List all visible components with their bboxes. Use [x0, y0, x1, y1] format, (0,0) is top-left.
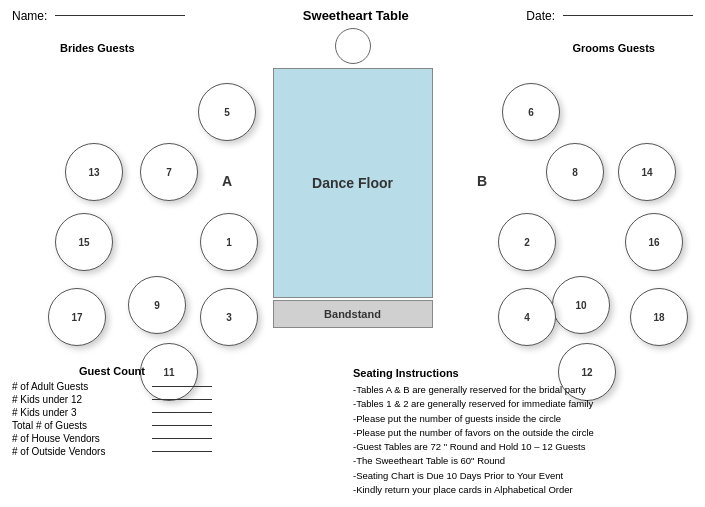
table-2: 2	[498, 213, 556, 271]
table-9: 9	[128, 276, 186, 334]
date-label: Date:	[526, 9, 555, 23]
guest-count-row: # Kids under 3	[12, 407, 212, 418]
date-field: Date:	[526, 9, 693, 23]
guest-count-row: # of Adult Guests	[12, 381, 212, 392]
floor-plan: Dance Floor Bandstand A B 5 13 7 15 1 9 …	[0, 28, 705, 388]
table-b-label: B	[477, 173, 487, 189]
sweetheart-label: Sweetheart Table	[303, 8, 409, 23]
guest-count-section: Guest Count # of Adult Guests# Kids unde…	[12, 365, 212, 459]
table-17: 17	[48, 288, 106, 346]
guest-count-rows: # of Adult Guests# Kids under 12# Kids u…	[12, 381, 212, 457]
seating-instruction-line: -Seating Chart is Due 10 Days Prior to Y…	[353, 469, 693, 483]
guest-count-row: # of Outside Vendors	[12, 446, 212, 457]
table-13: 13	[65, 143, 123, 201]
footer: Guest Count # of Adult Guests# Kids unde…	[12, 365, 693, 498]
seating-instruction-line: -Guest Tables are 72 " Round and Hold 10…	[353, 440, 693, 454]
table-4: 4	[498, 288, 556, 346]
guest-count-row: # Kids under 12	[12, 394, 212, 405]
seating-instruction-line: -The Sweetheart Table is 60" Round	[353, 454, 693, 468]
guest-count-row: Total # of Guests	[12, 420, 212, 431]
table-18: 18	[630, 288, 688, 346]
name-label: Name:	[12, 9, 47, 23]
guest-count-row: # of House Vendors	[12, 433, 212, 444]
table-a-label: A	[222, 173, 232, 189]
table-14: 14	[618, 143, 676, 201]
date-line	[563, 15, 693, 16]
table-8: 8	[546, 143, 604, 201]
seating-lines: -Tables A & B are generally reserved for…	[353, 383, 693, 497]
seating-instruction-line: -Tables A & B are generally reserved for…	[353, 383, 693, 397]
name-field: Name:	[12, 9, 185, 23]
name-line	[55, 15, 185, 16]
table-10: 10	[552, 276, 610, 334]
bandstand: Bandstand	[273, 300, 433, 328]
sweetheart-circle	[335, 28, 371, 64]
guest-count-title: Guest Count	[12, 365, 212, 377]
table-5: 5	[198, 83, 256, 141]
seating-instruction-line: -Tables 1 & 2 are generally reserved for…	[353, 397, 693, 411]
seating-instructions-title: Seating Instructions	[353, 365, 693, 382]
table-1: 1	[200, 213, 258, 271]
seating-instruction-line: -Please put the number of favors on the …	[353, 426, 693, 440]
page: Name: Sweetheart Table Date: Brides Gues…	[0, 0, 705, 507]
seating-instruction-line: -Please put the number of guests inside …	[353, 412, 693, 426]
table-16: 16	[625, 213, 683, 271]
table-6: 6	[502, 83, 560, 141]
seating-instruction-line: -Kindly return your place cards in Alpha…	[353, 483, 693, 497]
dance-floor: Dance Floor	[273, 68, 433, 298]
seating-instructions-section: Seating Instructions -Tables A & B are g…	[353, 365, 693, 498]
table-7: 7	[140, 143, 198, 201]
header: Name: Sweetheart Table Date:	[12, 8, 693, 23]
table-3: 3	[200, 288, 258, 346]
table-15: 15	[55, 213, 113, 271]
